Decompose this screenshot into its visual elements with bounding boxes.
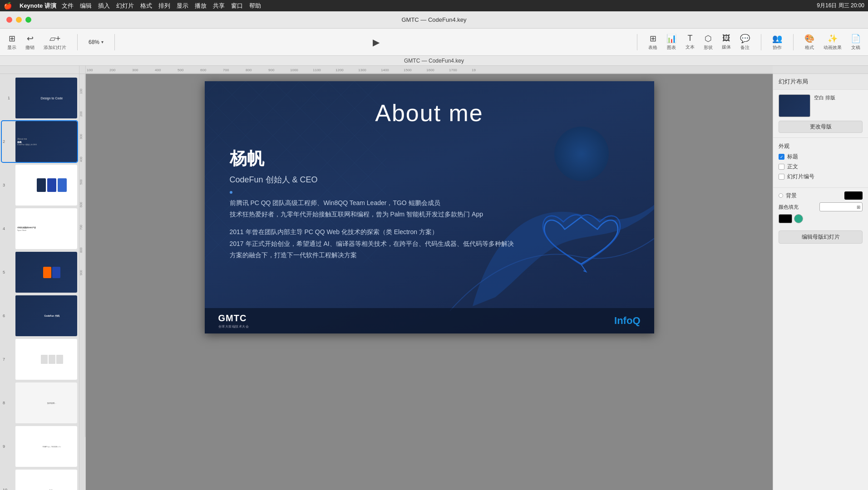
checkbox-pagenum[interactable] xyxy=(779,174,784,180)
undo-icon: ↩ xyxy=(27,34,34,44)
slide-thumb-5[interactable]: 5 xyxy=(2,252,77,293)
slide-thumb-1[interactable]: 1 Design to Code xyxy=(2,78,77,118)
toolbar-add-slide[interactable]: ▱+ 添加幻灯片 xyxy=(44,34,66,51)
format-label: 格式 xyxy=(805,44,814,51)
system-time: 9月16日 周三 20:00 xyxy=(817,2,864,10)
comment-label: 备注 xyxy=(740,44,750,51)
gmtc-sub-text: 全球大前端技术大会 xyxy=(218,324,249,329)
toolbar-collab[interactable]: 👥 协作 xyxy=(772,34,782,51)
menu-slide[interactable]: 幻灯片 xyxy=(116,2,134,10)
apple-menu[interactable]: 🍎 xyxy=(4,2,12,10)
change-theme-button[interactable]: 更改母版 xyxy=(779,121,863,133)
menu-format[interactable]: 格式 xyxy=(140,2,152,10)
menu-view[interactable]: 显示 xyxy=(177,2,188,10)
toolbar-play-area: ▶ xyxy=(126,35,626,49)
slide-number-10: 10 xyxy=(3,488,7,490)
app-name[interactable]: Keynote 讲演 xyxy=(20,2,56,10)
checkbox-title-label: 标题 xyxy=(787,153,798,161)
slide-thumb-4[interactable]: 4 代码生成器的DAG产品 Figma • Sketch xyxy=(2,208,77,249)
background-color-swatch xyxy=(844,191,863,200)
toolbar-animation[interactable]: ✨ 动画效果 xyxy=(824,34,842,51)
menu-edit[interactable]: 编辑 xyxy=(80,2,92,10)
zoom-control[interactable]: 68% ▾ xyxy=(89,39,104,45)
color-teal-swatch[interactable] xyxy=(794,214,803,223)
svg-text:300: 300 xyxy=(132,68,138,72)
play-button[interactable]: ▶ xyxy=(369,35,383,49)
slide-thumb-8[interactable]: 8 技术说明... xyxy=(2,382,77,423)
color-black-swatch[interactable] xyxy=(779,214,792,223)
app-window: GMTC — CodeFun4.key ⊞ 显示 ↩ 撤销 ▱+ 添加幻灯片 6… xyxy=(0,11,868,490)
svg-text:500: 500 xyxy=(79,179,83,185)
svg-text:1700: 1700 xyxy=(449,68,457,72)
slide-thumb-6[interactable]: 6 CodeFun 代码 xyxy=(2,295,77,336)
zoom-arrow-icon: ▾ xyxy=(101,39,104,44)
display-label: 显示 xyxy=(7,44,16,51)
minimize-button[interactable] xyxy=(16,17,22,23)
toolbar-display[interactable]: ⊞ 显示 xyxy=(7,34,16,51)
svg-text:800: 800 xyxy=(79,247,83,253)
toolbar-text[interactable]: T 文本 xyxy=(686,34,695,50)
toolbar-doc[interactable]: 📄 文稿 xyxy=(851,34,861,51)
toolbar-media[interactable]: 🖼 媒体 xyxy=(722,34,731,50)
svg-text:900: 900 xyxy=(268,68,275,72)
toolbar-chart[interactable]: 📊 图表 xyxy=(666,34,676,51)
table-icon: ⊞ xyxy=(650,34,656,44)
checkbox-title-row: ✓ 标题 xyxy=(779,153,863,161)
collab-label: 协作 xyxy=(773,44,782,51)
menu-arrange[interactable]: 排列 xyxy=(158,2,170,10)
infoq-logo: InfoQ xyxy=(614,315,640,327)
edit-master-button[interactable]: 编辑母版幻灯片 xyxy=(779,230,863,244)
svg-text:1600: 1600 xyxy=(426,68,434,72)
format-icon: 🎨 xyxy=(804,34,814,44)
shape-icon: ⬡ xyxy=(705,34,712,44)
svg-text:1500: 1500 xyxy=(404,68,412,72)
slide-preview-10: 内容... xyxy=(15,470,77,490)
slide-thumb-2[interactable]: 2 About me 杨帆 CodeFun 创始人 & CEO xyxy=(2,121,77,162)
slide-canvas[interactable]: About me 杨帆 CodeFun 创始人 & CEO 前腾讯 PC QQ … xyxy=(205,81,654,333)
svg-text:800: 800 xyxy=(246,68,252,72)
svg-text:1100: 1100 xyxy=(313,68,321,72)
text-label: 文本 xyxy=(686,44,695,50)
toolbar-format[interactable]: 🎨 格式 xyxy=(804,34,814,51)
checkbox-body[interactable] xyxy=(779,164,784,170)
svg-text:500: 500 xyxy=(178,68,184,72)
ruler-top: 100 200 300 400 500 600 700 800 900 1000… xyxy=(86,66,773,74)
color-fill-dropdown[interactable]: ⊞ xyxy=(819,202,863,211)
slide-thumb-10[interactable]: 10 内容... xyxy=(2,470,77,490)
toolbar-table[interactable]: ⊞ 表格 xyxy=(648,34,657,51)
svg-text:300: 300 xyxy=(79,134,83,139)
menu-help[interactable]: 帮助 xyxy=(249,2,261,10)
menu-insert[interactable]: 插入 xyxy=(98,2,110,10)
slide-thumb-9[interactable]: 9 TBBP<s>, TEDDE< f > xyxy=(2,426,77,467)
toolbar-undo[interactable]: ↩ 撤销 xyxy=(25,34,35,51)
toolbar-shape[interactable]: ⬡ 形状 xyxy=(704,34,713,51)
checkbox-title[interactable]: ✓ xyxy=(779,154,784,160)
background-section: 背景 颜色填充 ⊞ xyxy=(773,187,868,227)
slide-number-2: 2 xyxy=(3,139,5,144)
svg-text:400: 400 xyxy=(79,157,83,162)
slides-panel: 1 Design to Code 2 About me 杨帆 CodeFun 创… xyxy=(0,74,79,490)
bg-radio[interactable] xyxy=(779,193,783,198)
slide-thumb-3[interactable]: 3 xyxy=(2,165,77,206)
collab-icon: 👥 xyxy=(772,34,782,44)
menu-share[interactable]: 共享 xyxy=(213,2,225,10)
menu-play[interactable]: 播放 xyxy=(195,2,207,10)
right-panel: 幻灯片布局 空白 排版 更改母版 外观 ✓ 标题 xyxy=(773,74,868,490)
window-title: GMTC — CodeFun4.key xyxy=(401,16,466,23)
menu-file[interactable]: 文件 xyxy=(62,2,74,10)
svg-text:600: 600 xyxy=(200,68,207,72)
animation-label: 动画效果 xyxy=(824,44,842,51)
maximize-button[interactable] xyxy=(25,17,31,23)
slide-thumb-7[interactable]: 7 xyxy=(2,339,77,380)
svg-text:200: 200 xyxy=(79,111,83,117)
menu-window[interactable]: 窗口 xyxy=(231,2,243,10)
slide-number-4: 4 xyxy=(3,226,5,231)
color-swatch-row xyxy=(779,214,863,223)
svg-text:100: 100 xyxy=(87,68,93,72)
svg-rect-20 xyxy=(79,74,86,437)
toolbar-comment[interactable]: 💬 备注 xyxy=(740,34,750,51)
chart-icon: 📊 xyxy=(666,34,676,44)
close-button[interactable] xyxy=(6,17,12,23)
theme-preview-image xyxy=(779,94,810,117)
toolbar-separator-3 xyxy=(637,34,637,50)
